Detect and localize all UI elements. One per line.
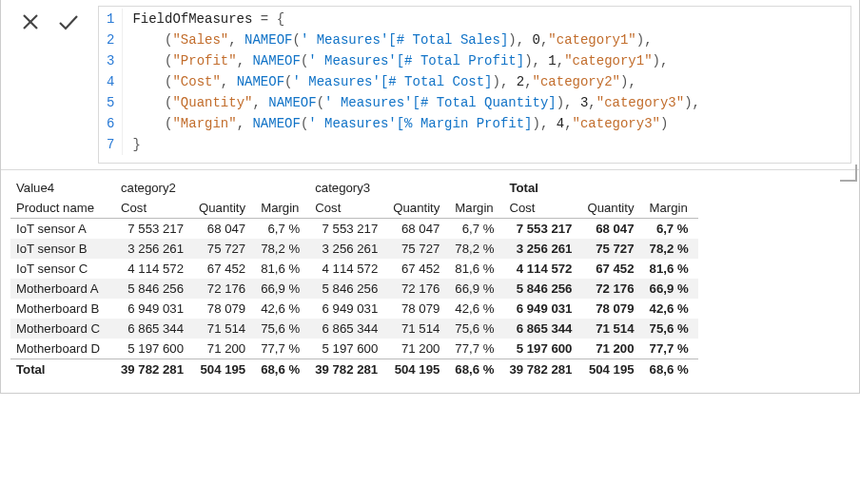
line-gutter: 1234567	[99, 9, 123, 155]
cell: 75 727	[193, 239, 255, 259]
cell: 66,9 %	[255, 279, 309, 299]
cell: 5 846 256	[115, 279, 193, 299]
cell: 6 949 031	[309, 299, 387, 319]
cell: 75 727	[581, 239, 643, 259]
total-cell: 39 782 281	[309, 359, 387, 380]
column-header[interactable]: Cost	[115, 198, 193, 219]
table-row[interactable]: IoT sensor B3 256 26175 72778,2 %3 256 2…	[10, 239, 698, 259]
cell: 5 197 600	[309, 339, 387, 359]
cell: 75,6 %	[644, 319, 698, 339]
total-cell: 504 195	[193, 359, 255, 380]
column-header[interactable]: Quantity	[387, 198, 449, 219]
table-row[interactable]: Motherboard C6 865 34471 51475,6 %6 865 …	[10, 319, 698, 339]
total-cell: 68,6 %	[255, 359, 309, 380]
matrix-visual[interactable]: Value4category2category3TotalProduct nam…	[10, 178, 698, 379]
cell: 67 452	[387, 259, 449, 279]
total-cell: 504 195	[581, 359, 643, 380]
total-cell: 504 195	[387, 359, 449, 380]
cell: 78,2 %	[644, 239, 698, 259]
row-header: Motherboard A	[10, 279, 115, 299]
total-cell: 39 782 281	[503, 359, 581, 380]
cell: 71 514	[193, 319, 255, 339]
formula-bar: 1234567 FieldOfMeasures = { ("Sales", NA…	[1, 0, 859, 170]
column-header[interactable]: Margin	[449, 198, 503, 219]
cell: 77,7 %	[449, 339, 503, 359]
commit-button[interactable]	[56, 10, 81, 34]
cell: 7 553 217	[503, 219, 581, 240]
cell: 6 865 344	[115, 319, 193, 339]
filter-field-label: Value4	[10, 178, 115, 198]
table-row[interactable]: Motherboard B6 949 03178 07942,6 %6 949 …	[10, 299, 698, 319]
cell: 75 727	[387, 239, 449, 259]
cell: 3 256 261	[503, 239, 581, 259]
cell: 71 514	[581, 319, 643, 339]
table-row[interactable]: Motherboard A5 846 25672 17666,9 %5 846 …	[10, 279, 698, 299]
cell: 81,6 %	[449, 259, 503, 279]
table-row[interactable]: Motherboard D5 197 60071 20077,7 %5 197 …	[10, 339, 698, 359]
row-header: IoT sensor C	[10, 259, 115, 279]
row-header: IoT sensor B	[10, 239, 115, 259]
cell: 6 865 344	[309, 319, 387, 339]
cell: 4 114 572	[503, 259, 581, 279]
column-header[interactable]: Quantity	[193, 198, 255, 219]
cell: 6,7 %	[644, 219, 698, 240]
column-header[interactable]: Cost	[503, 198, 581, 219]
cell: 5 197 600	[115, 339, 193, 359]
cell: 6 865 344	[503, 319, 581, 339]
close-icon	[21, 12, 40, 31]
code-area[interactable]: FieldOfMeasures = { ("Sales", NAMEOF(' M…	[123, 9, 710, 155]
cell: 72 176	[193, 279, 255, 299]
cell: 81,6 %	[644, 259, 698, 279]
cell: 78 079	[581, 299, 643, 319]
cell: 81,6 %	[255, 259, 309, 279]
cell: 42,6 %	[255, 299, 309, 319]
column-header[interactable]: Quantity	[581, 198, 643, 219]
cell: 68 047	[387, 219, 449, 240]
cell: 42,6 %	[449, 299, 503, 319]
cell: 78 079	[193, 299, 255, 319]
cancel-button[interactable]	[18, 10, 43, 34]
cell: 6,7 %	[255, 219, 309, 240]
cell: 72 176	[387, 279, 449, 299]
cell: 78 079	[387, 299, 449, 319]
cell: 75,6 %	[449, 319, 503, 339]
cell: 5 197 600	[503, 339, 581, 359]
total-cell: 68,6 %	[449, 359, 503, 380]
cell: 66,9 %	[644, 279, 698, 299]
cell: 67 452	[193, 259, 255, 279]
cell: 77,7 %	[255, 339, 309, 359]
check-icon	[57, 12, 80, 31]
cell: 68 047	[193, 219, 255, 240]
column-group-header[interactable]: category3	[309, 178, 503, 198]
table-row[interactable]: IoT sensor A7 553 21768 0476,7 %7 553 21…	[10, 219, 698, 240]
cell: 77,7 %	[644, 339, 698, 359]
cell: 3 256 261	[115, 239, 193, 259]
column-header[interactable]: Cost	[309, 198, 387, 219]
row-header: Motherboard B	[10, 299, 115, 319]
cell: 75,6 %	[255, 319, 309, 339]
row-header: Motherboard C	[10, 319, 115, 339]
column-header[interactable]: Margin	[255, 198, 309, 219]
row-header: Motherboard D	[10, 339, 115, 359]
cell: 5 846 256	[309, 279, 387, 299]
cell: 6,7 %	[449, 219, 503, 240]
grand-total-label: Total	[10, 359, 115, 380]
column-group-header[interactable]: Total	[503, 178, 697, 198]
total-cell: 68,6 %	[644, 359, 698, 380]
cell: 78,2 %	[255, 239, 309, 259]
resize-handle-icon[interactable]	[840, 165, 857, 182]
table-row[interactable]: IoT sensor C4 114 57267 45281,6 %4 114 5…	[10, 259, 698, 279]
row-field-label: Product name	[10, 198, 115, 219]
cell: 67 452	[581, 259, 643, 279]
cell: 71 200	[581, 339, 643, 359]
cell: 6 949 031	[115, 299, 193, 319]
cell: 3 256 261	[309, 239, 387, 259]
cell: 68 047	[581, 219, 643, 240]
dax-editor[interactable]: 1234567 FieldOfMeasures = { ("Sales", NA…	[98, 6, 851, 164]
column-header[interactable]: Margin	[644, 198, 698, 219]
cell: 66,9 %	[449, 279, 503, 299]
cell: 71 200	[387, 339, 449, 359]
column-group-header[interactable]: category2	[115, 178, 309, 198]
cell: 72 176	[581, 279, 643, 299]
cell: 6 949 031	[503, 299, 581, 319]
